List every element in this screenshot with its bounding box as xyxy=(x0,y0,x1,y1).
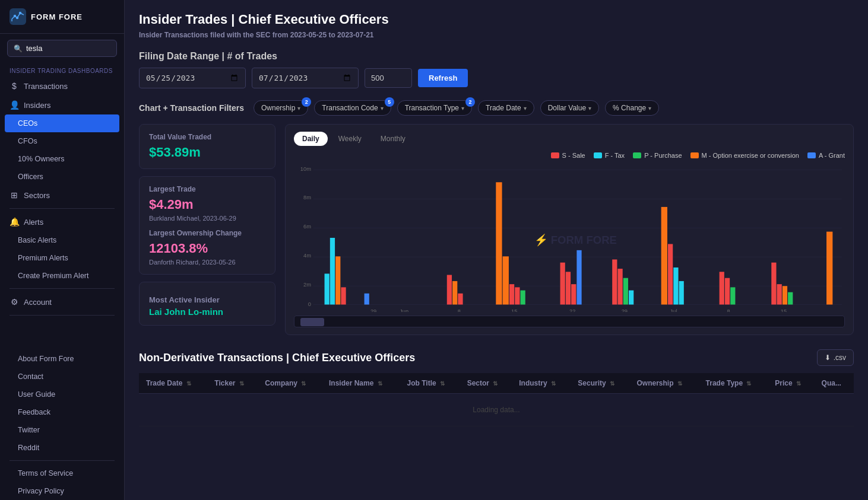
sidebar-item-feedback[interactable]: Feedback xyxy=(0,403,124,421)
sidebar-item-account[interactable]: ⚙ Account xyxy=(0,292,124,311)
filter-trade-date[interactable]: Trade Date ▾ xyxy=(478,100,534,116)
svg-rect-55 xyxy=(777,284,782,304)
csv-button[interactable]: ⬇ .csv xyxy=(817,349,854,366)
svg-text:Jul: Jul xyxy=(670,308,677,312)
svg-rect-47 xyxy=(673,267,678,305)
legend-tax-dot xyxy=(594,152,602,158)
col-industry[interactable]: Industry ⇅ xyxy=(512,373,571,394)
col-trade-date[interactable]: Trade Date ⇅ xyxy=(139,373,207,394)
svg-rect-32 xyxy=(515,287,519,304)
legend-option-dot xyxy=(690,152,699,158)
terms-label: Terms of Service xyxy=(18,469,73,477)
sidebar-footer: About Form Fore Contact User Guide Feedb… xyxy=(0,350,124,500)
svg-rect-25 xyxy=(447,275,452,305)
chevron-down-icon-6: ▾ xyxy=(648,105,651,112)
sidebar-item-reddit[interactable]: Reddit xyxy=(0,439,124,457)
sidebar-item-create-premium[interactable]: Create Premium Alert xyxy=(0,267,124,285)
svg-rect-45 xyxy=(661,207,667,305)
num-trades-input[interactable] xyxy=(365,68,412,88)
legend-option: M - Option exercise or conversion xyxy=(690,152,799,159)
col-quantity[interactable]: Qua... xyxy=(815,373,854,394)
sidebar-item-insiders-label: Insiders xyxy=(24,101,51,110)
svg-text:15: 15 xyxy=(511,308,517,312)
table-section-header: Non-Derivative Transactions | Chief Exec… xyxy=(139,349,854,366)
filter-transaction-type[interactable]: Transaction Type 2 ▾ xyxy=(397,100,472,116)
sidebar: FORM FORE 🔍 Insider Trading Dashboards $… xyxy=(0,0,125,500)
svg-rect-57 xyxy=(788,292,793,305)
sidebar-item-contact[interactable]: Contact xyxy=(0,368,124,386)
col-trade-type[interactable]: Trade Type ⇅ xyxy=(699,373,768,394)
col-job-title[interactable]: Job Title ⇅ xyxy=(400,373,460,394)
sidebar-item-user-guide[interactable]: User Guide xyxy=(0,386,124,403)
transaction-type-badge: 2 xyxy=(465,97,475,107)
most-active-label: Most Active Insider xyxy=(149,295,265,304)
chart-section: Total Value Traded $53.89m Largest Trade… xyxy=(139,124,854,335)
trade-date-filter-label: Trade Date xyxy=(486,104,521,112)
sidebar-item-officers[interactable]: Officers xyxy=(0,168,124,186)
sidebar-item-sectors[interactable]: ⊞ Sectors xyxy=(0,186,124,205)
tab-daily[interactable]: Daily xyxy=(294,132,328,146)
sidebar-item-premium-alerts[interactable]: Premium Alerts xyxy=(0,249,124,267)
sidebar-item-premium-label: Premium Alerts xyxy=(18,254,68,262)
col-ownership[interactable]: Ownership ⇅ xyxy=(630,373,699,394)
sidebar-item-alerts[interactable]: 🔔 Alerts xyxy=(0,212,124,231)
col-security[interactable]: Security ⇅ xyxy=(571,373,629,394)
col-ticker[interactable]: Ticker ⇅ xyxy=(207,373,258,394)
sidebar-item-insiders[interactable]: 👤 Insiders xyxy=(0,95,124,114)
ownership-filter-label: Ownership xyxy=(261,104,295,112)
refresh-button[interactable]: Refresh xyxy=(418,69,468,87)
date-filter-row: Refresh xyxy=(139,68,854,88)
filter-transaction-code[interactable]: Transaction Code 5 ▾ xyxy=(314,100,391,116)
col-sector[interactable]: Sector ⇅ xyxy=(460,373,512,394)
chart-scrollbar[interactable] xyxy=(294,316,845,327)
total-value: $53.89m xyxy=(149,145,265,160)
feedback-label: Feedback xyxy=(18,408,50,416)
tab-weekly[interactable]: Weekly xyxy=(330,132,370,146)
sidebar-item-cfos[interactable]: CFOs xyxy=(0,132,124,150)
legend-purchase-label: P - Purchase xyxy=(644,152,682,159)
svg-text:8m: 8m xyxy=(303,195,311,200)
gear-icon: ⚙ xyxy=(9,297,19,307)
svg-rect-46 xyxy=(668,244,673,304)
contact-label: Contact xyxy=(18,372,43,381)
filter-ownership[interactable]: Ownership 2 ▾ xyxy=(254,100,308,116)
col-price[interactable]: Price ⇅ xyxy=(768,373,814,394)
chart-tabs: Daily Weekly Monthly xyxy=(294,132,845,146)
filter-dollar-value[interactable]: Dollar Value ▾ xyxy=(540,100,599,116)
svg-text:2m: 2m xyxy=(303,282,311,288)
cell: Loading data... xyxy=(139,394,854,426)
twitter-label: Twitter xyxy=(18,426,40,434)
svg-text:Jun: Jun xyxy=(400,308,408,312)
sidebar-item-ceos[interactable]: CEOs xyxy=(5,114,119,132)
divider-3 xyxy=(9,315,115,316)
table-row: Loading data... xyxy=(139,394,854,426)
col-company[interactable]: Company ⇅ xyxy=(258,373,322,394)
filter-pct-change[interactable]: % Change ▾ xyxy=(605,100,659,116)
sidebar-item-terms[interactable]: Terms of Service xyxy=(0,464,124,482)
svg-rect-54 xyxy=(771,263,776,305)
sidebar-item-ceos-label: CEOs xyxy=(18,119,37,128)
tab-monthly[interactable]: Monthly xyxy=(372,132,414,146)
sidebar-item-10pct[interactable]: 10% Owneers xyxy=(0,150,124,168)
search-input[interactable] xyxy=(26,44,110,53)
svg-rect-37 xyxy=(571,284,576,304)
person-icon: 👤 xyxy=(9,100,19,110)
svg-text:0: 0 xyxy=(308,301,311,307)
col-insider-name[interactable]: Insider Name ⇅ xyxy=(322,373,400,394)
date-end-input[interactable] xyxy=(252,68,359,88)
sidebar-item-twitter[interactable]: Twitter xyxy=(0,421,124,439)
legend-tax: F - Tax xyxy=(594,152,625,159)
sidebar-item-privacy[interactable]: Privacy Policy xyxy=(0,482,124,500)
chart-panel: Daily Weekly Monthly S - Sale F - Tax P … xyxy=(285,124,854,335)
date-start-input[interactable] xyxy=(139,68,246,88)
largest-trade-card: Largest Trade $4.29m Burkland Michael, 2… xyxy=(139,176,275,275)
app-name: FORM FORE xyxy=(31,12,83,21)
logo-icon xyxy=(9,8,26,25)
date-range-label: Filing Date Range | # of Trades xyxy=(139,51,854,62)
sidebar-item-10pct-label: 10% Owneers xyxy=(18,155,65,163)
svg-text:29: 29 xyxy=(370,308,376,312)
sidebar-item-about[interactable]: About Form Fore xyxy=(0,350,124,368)
sidebar-item-transactions[interactable]: $ Transactions xyxy=(0,77,124,95)
search-wrap[interactable]: 🔍 xyxy=(7,40,117,57)
sidebar-item-basic-alerts[interactable]: Basic Alerts xyxy=(0,231,124,249)
